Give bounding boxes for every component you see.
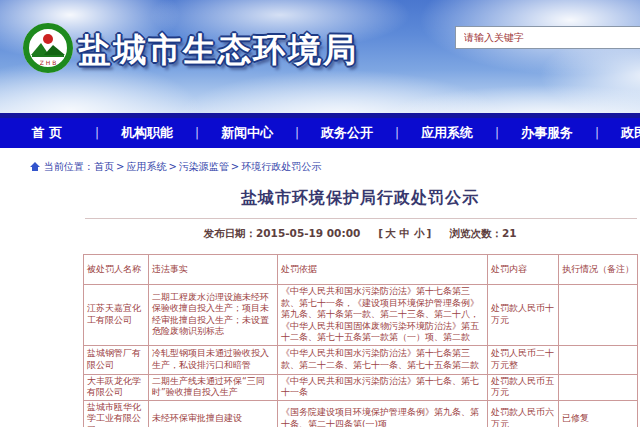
company-name-cell: 江苏天嘉宜化工有限公司: [84, 285, 149, 346]
nav-item-functions[interactable]: 机构职能: [100, 124, 194, 142]
search-input[interactable]: [455, 26, 640, 49]
penalty-table: 被处罚人名称 违法事实 处罚依据 处罚内容 执行情况（备注） 江苏天嘉宜化工有限…: [83, 254, 638, 427]
font-size-small-button[interactable]: 小: [414, 227, 425, 239]
font-size-medium-button[interactable]: 中: [400, 227, 411, 239]
title-divider: [85, 218, 637, 219]
basis-cell: 《中华人民共和国水污染防治法》第十七条第三款、第七十一条，《建设项目环境保护管理…: [278, 285, 488, 346]
site-header: Z H B 盐城市生态环境局: [0, 0, 640, 113]
font-size-bracket-close: ]: [427, 227, 432, 239]
execution-cell: [559, 285, 638, 346]
table-header-row: 被处罚人名称 违法事实 处罚依据 处罚内容 执行情况（备注）: [84, 255, 638, 285]
environment-bureau-logo-icon[interactable]: Z H B: [22, 22, 74, 74]
violation-cell: 冷轧型钢项目未通过验收投入生产，私设排污口和暗管: [149, 345, 278, 374]
breadcrumb-link-home[interactable]: 首页: [94, 161, 114, 172]
breadcrumb-separator: >: [116, 161, 124, 172]
basis-cell: 《国务院建设项目环境保护管理条例》第九条、第十条、第二十四条第(一)项: [278, 400, 488, 427]
svg-text:Z H B: Z H B: [40, 59, 57, 66]
penalty-cell: 处罚款人民币六万元: [488, 400, 559, 427]
view-count: 浏览次数：21: [449, 227, 516, 239]
nav-item-applications[interactable]: 应用系统: [400, 124, 494, 142]
breadcrumb-separator: >: [168, 161, 176, 172]
header-execution-status: 执行情况（备注）: [559, 255, 638, 285]
breadcrumb-link-pollution-supervision[interactable]: 污染源监管: [179, 161, 229, 172]
table-row: 大丰跃龙化学有限公司 二期生产线未通过环保“三同时”验收擅自投入生产 《中华人民…: [84, 374, 638, 400]
basis-cell: 《中华人民共和国水污染防治法》第十七条第三款、第二十二条、第七十一条、第七十五条…: [278, 345, 488, 374]
violation-cell: 未经环保审批擅自建设: [149, 400, 278, 427]
execution-cell: [559, 374, 638, 400]
site-title: 盐城市生态环境局: [78, 28, 358, 73]
nav-item-gov-info[interactable]: 政务公开: [300, 124, 394, 142]
header-punished-name: 被处罚人名称: [84, 255, 149, 285]
cloud-decoration: [380, 85, 640, 113]
table-row: 盐城钢管厂有限公司 冷轧型钢项目未通过验收投入生产，私设排污口和暗管 《中华人民…: [84, 345, 638, 374]
header-penalty-basis: 处罚依据: [278, 255, 488, 285]
header-violation-facts: 违法事实: [149, 255, 278, 285]
violation-cell: 二期生产线未通过环保“三同时”验收擅自投入生产: [149, 374, 278, 400]
breadcrumb-separator: >: [231, 161, 239, 172]
nav-item-services[interactable]: 办事服务: [500, 124, 594, 142]
header-penalty-content: 处罚内容: [488, 255, 559, 285]
table-row: 盐城市瓯华化学工业有限公司 未经环保审批擅自建设 《国务院建设项目环境保护管理条…: [84, 400, 638, 427]
article-title: 盐城市环境保护局行政处罚公示: [0, 188, 640, 209]
basis-cell: 《中华人民共和国水污染防治法》第十七条、第七十一条: [278, 374, 488, 400]
nav-item-interaction[interactable]: 政民互动: [600, 124, 640, 142]
font-size-large-button[interactable]: 大: [385, 227, 396, 239]
breadcrumb: 当前位置：首页>应用系统>污染源监管>环境行政处罚公示: [0, 148, 640, 182]
breadcrumb-home-icon: [30, 162, 40, 171]
nav-item-news[interactable]: 新闻中心: [200, 124, 294, 142]
publish-date: 发布日期：2015-05-19 00:00: [204, 227, 361, 239]
penalty-cell: 处罚款人民币十万元: [488, 285, 559, 346]
breadcrumb-link-applications[interactable]: 应用系统: [126, 161, 166, 172]
company-name-cell: 盐城市瓯华化学工业有限公司: [84, 400, 149, 427]
article-area: 盐城市环境保护局行政处罚公示 发布日期：2015-05-19 00:00[大中小…: [0, 188, 640, 427]
company-name-cell: 盐城钢管厂有限公司: [84, 345, 149, 374]
article-meta: 发布日期：2015-05-19 00:00[大中小]浏览次数：21: [0, 227, 640, 241]
execution-cell: [559, 345, 638, 374]
main-nav: 首 页 | 机构职能 | 新闻中心 | 政务公开 | 应用系统 | 办事服务 |…: [0, 118, 640, 148]
cloud-decoration: [180, 70, 500, 113]
breadcrumb-label: 当前位置：: [44, 161, 94, 172]
nav-item-home[interactable]: 首 页: [0, 124, 94, 142]
table-row: 江苏天嘉宜化工有限公司 二期工程废水治理设施未经环保验收擅自投入生产；项目未经审…: [84, 285, 638, 346]
breadcrumb-link-penalty-publicity[interactable]: 环境行政处罚公示: [241, 161, 321, 172]
page: Z H B 盐城市生态环境局 首 页 | 机构职能 | 新闻中心 | 政务公开 …: [0, 0, 640, 427]
penalty-cell: 处罚人民币二十万元整: [488, 345, 559, 374]
execution-cell: 已修复: [559, 400, 638, 427]
font-size-bracket-open: [: [378, 227, 383, 239]
violation-cell: 二期工程废水治理设施未经环保验收擅自投入生产；项目未经审批擅自投入生产；未设置危…: [149, 285, 278, 346]
penalty-cell: 处罚款人民币五万元: [488, 374, 559, 400]
company-name-cell: 大丰跃龙化学有限公司: [84, 374, 149, 400]
